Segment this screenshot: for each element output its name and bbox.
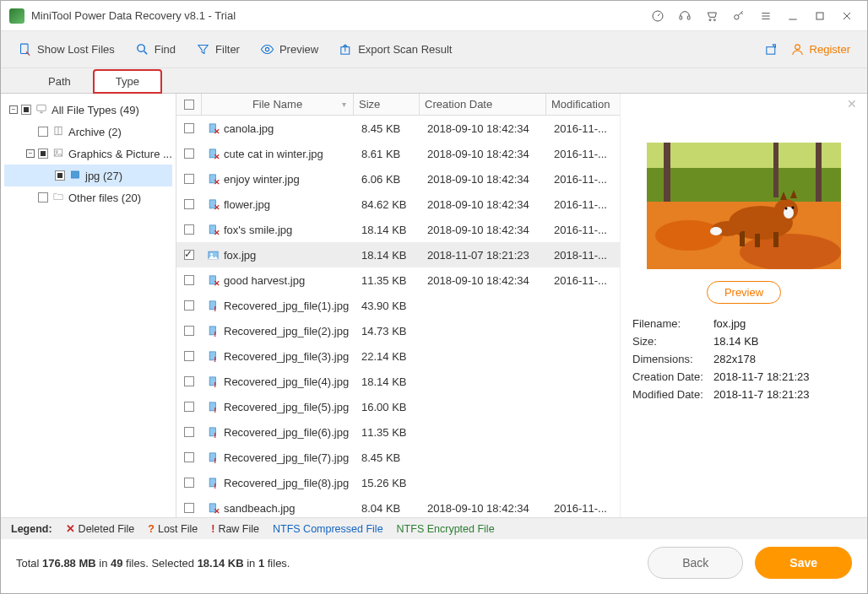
table-row[interactable]: !Recovered_jpg_file(2).jpg14.73 KB xyxy=(176,318,620,343)
svg-text:!: ! xyxy=(214,456,216,464)
tree-item[interactable]: −All File Types (49) xyxy=(4,99,172,121)
svg-rect-2 xyxy=(687,16,690,19)
col-size[interactable]: Size xyxy=(354,94,420,115)
file-creation: 2018-09-10 18:42:34 xyxy=(422,148,549,160)
file-modification: 2016-11-... xyxy=(549,122,615,135)
file-name: Recovered_jpg_file(8).jpg xyxy=(224,477,349,489)
file-icon: ✕ xyxy=(207,224,219,235)
file-size: 11.35 KB xyxy=(356,426,422,439)
meta-key: Creation Date: xyxy=(632,370,713,383)
tab-path[interactable]: Path xyxy=(26,70,93,93)
tab-type[interactable]: Type xyxy=(93,69,162,94)
tree-checkbox[interactable] xyxy=(55,170,65,181)
table-row[interactable]: !Recovered_jpg_file(3).jpg22.14 KB xyxy=(176,343,620,369)
table-row[interactable]: ✕flower.jpg84.62 KB2018-09-10 18:42:3420… xyxy=(176,192,620,217)
table-row[interactable]: fox.jpg18.14 KB2018-11-07 18:21:232018-1… xyxy=(176,242,620,267)
save-button[interactable]: Save xyxy=(755,547,852,579)
file-name: Recovered_jpg_file(6).jpg xyxy=(224,426,349,439)
table-row[interactable]: ✕fox's smile.jpg18.14 KB2018-09-10 18:42… xyxy=(176,217,620,242)
expand-icon[interactable]: − xyxy=(9,105,18,114)
row-checkbox[interactable] xyxy=(184,351,194,361)
tree-item[interactable]: −Graphics & Picture ... xyxy=(4,143,172,165)
archive-icon xyxy=(52,125,65,139)
file-name: fox's smile.jpg xyxy=(224,224,292,236)
expand-icon[interactable]: − xyxy=(26,149,35,158)
svg-point-12 xyxy=(795,45,800,50)
folder-icon xyxy=(52,191,65,205)
table-row[interactable]: ✕enjoy winter.jpg6.06 KB2018-09-10 18:42… xyxy=(176,166,620,192)
row-checkbox[interactable] xyxy=(184,224,194,235)
table-row[interactable]: ✕cute cat in winter.jpg8.61 KB2018-09-10… xyxy=(176,141,620,166)
find-button[interactable]: Find xyxy=(135,42,176,57)
speed-icon[interactable] xyxy=(646,4,670,28)
table-row[interactable]: !Recovered_jpg_file(1).jpg43.90 KB xyxy=(176,293,620,318)
tree-checkbox[interactable] xyxy=(38,192,48,202)
row-checkbox[interactable] xyxy=(184,199,194,209)
cart-icon[interactable] xyxy=(700,4,724,28)
file-name: cute cat in winter.jpg xyxy=(224,148,323,160)
row-checkbox[interactable] xyxy=(184,174,194,184)
meta-row: Creation Date:2018-11-7 18:21:23 xyxy=(632,370,855,383)
file-creation: 2018-09-10 18:42:34 xyxy=(422,173,549,186)
show-lost-files-label: Show Lost Files xyxy=(37,43,115,56)
table-row[interactable]: !Recovered_jpg_file(4).jpg18.14 KB xyxy=(176,369,620,394)
filter-label: Filter xyxy=(215,43,240,56)
svg-rect-11 xyxy=(766,47,774,54)
select-all-checkbox[interactable] xyxy=(184,100,194,110)
close-preview-icon[interactable]: ✕ xyxy=(847,97,857,111)
maximize-icon[interactable] xyxy=(808,4,832,28)
row-checkbox[interactable] xyxy=(184,376,194,386)
row-checkbox[interactable] xyxy=(184,123,194,133)
row-checkbox[interactable] xyxy=(184,148,194,159)
table-row[interactable]: ✕sandbeach.jpg8.04 KB2018-09-10 18:42:34… xyxy=(176,495,620,517)
tree-item[interactable]: Other files (20) xyxy=(4,186,172,208)
row-checkbox[interactable] xyxy=(184,300,194,310)
export-button[interactable]: Export Scan Result xyxy=(339,42,452,57)
close-icon[interactable] xyxy=(835,4,859,28)
tree-checkbox[interactable] xyxy=(38,127,48,137)
svg-point-9 xyxy=(265,47,269,51)
row-checkbox[interactable] xyxy=(184,478,194,488)
col-modification[interactable]: Modification xyxy=(546,94,614,115)
row-checkbox[interactable] xyxy=(184,427,194,437)
menu-icon[interactable] xyxy=(754,4,778,28)
row-checkbox[interactable] xyxy=(184,503,194,513)
table-row[interactable]: ✕good harvest.jpg11.35 KB2018-09-10 18:4… xyxy=(176,267,620,293)
tree-checkbox[interactable] xyxy=(38,148,48,159)
file-name: Recovered_jpg_file(5).jpg xyxy=(224,401,349,413)
share-button[interactable] xyxy=(764,42,778,57)
support-icon[interactable] xyxy=(673,4,697,28)
row-checkbox[interactable] xyxy=(184,326,194,336)
minimize-icon[interactable] xyxy=(781,4,805,28)
table-row[interactable]: !Recovered_jpg_file(5).jpg16.00 KB xyxy=(176,394,620,419)
preview-open-button[interactable]: Preview xyxy=(707,281,781,304)
table-row[interactable]: !Recovered_jpg_file(8).jpg15.26 KB xyxy=(176,470,620,495)
col-creation[interactable]: Creation Date xyxy=(420,94,546,115)
col-name[interactable]: File Name▾ xyxy=(202,94,354,115)
register-button[interactable]: Register xyxy=(790,42,850,57)
preview-button[interactable]: Preview xyxy=(260,42,318,57)
svg-rect-17 xyxy=(71,170,79,177)
tree-item[interactable]: jpg (27) xyxy=(4,165,172,186)
table-row[interactable]: !Recovered_jpg_file(7).jpg8.45 KB xyxy=(176,445,620,470)
tree-label: All File Types (49) xyxy=(52,104,139,116)
show-lost-files-button[interactable]: Show Lost Files xyxy=(18,42,115,57)
back-button[interactable]: Back xyxy=(648,547,743,579)
svg-point-65 xyxy=(792,207,795,209)
tree-item[interactable]: Archive (2) xyxy=(4,121,172,143)
row-checkbox[interactable] xyxy=(184,402,194,412)
file-size: 11.35 KB xyxy=(356,274,422,287)
row-checkbox[interactable] xyxy=(184,250,194,260)
file-size: 8.45 KB xyxy=(356,122,422,135)
row-checkbox[interactable] xyxy=(184,452,194,462)
row-checkbox[interactable] xyxy=(184,275,194,285)
key-icon[interactable] xyxy=(727,4,751,28)
svg-point-16 xyxy=(56,150,57,152)
file-rows[interactable]: ✕canola.jpg8.45 KB2018-09-10 18:42:34201… xyxy=(176,116,620,517)
svg-point-57 xyxy=(655,220,723,251)
filter-button[interactable]: Filter xyxy=(196,42,240,57)
tab-row: Path Type xyxy=(1,68,867,94)
table-row[interactable]: ✕canola.jpg8.45 KB2018-09-10 18:42:34201… xyxy=(176,116,620,141)
tree-checkbox[interactable] xyxy=(21,105,31,115)
table-row[interactable]: !Recovered_jpg_file(6).jpg11.35 KB xyxy=(176,419,620,445)
